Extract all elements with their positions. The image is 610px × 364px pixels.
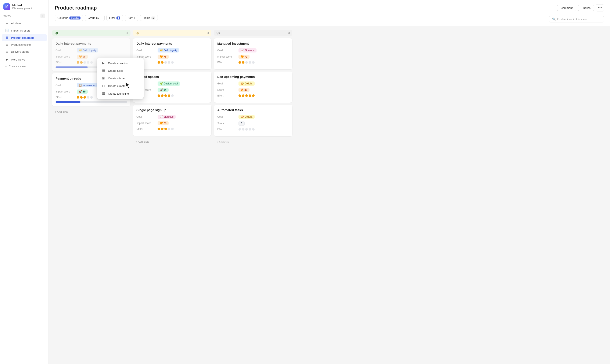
- card-field-goal: Goal 🌱 Custom goal: [136, 81, 208, 86]
- status-icon: ≡: [5, 50, 9, 53]
- toolbar-left: Columns Quarter Group by + Filter 1 Sort…: [55, 15, 549, 24]
- sidebar-item-all-ideas[interactable]: ≡ All ideas: [2, 20, 47, 27]
- card-automated-tasks[interactable]: Automated tasks Goal 🥪 Delight Score 0 E…: [214, 105, 292, 136]
- effort-dots: [158, 94, 174, 97]
- dropdown-item-label: Create a list: [108, 69, 123, 72]
- dropdown-item-label: Create a section: [108, 62, 128, 65]
- chart-icon: 📊: [5, 28, 9, 32]
- goal-badge: 🥪 Delight: [239, 115, 255, 119]
- dropdown-item-board[interactable]: ⊞ Create a board: [99, 75, 142, 82]
- goal-badge: 🤝 Build loyalty: [77, 48, 98, 52]
- effort-dots: [239, 94, 255, 97]
- dropdown-item-list[interactable]: ☰ Create a list: [99, 67, 142, 75]
- card-field-effort: Effort: [136, 127, 208, 130]
- card-title: Shared spaces: [136, 75, 208, 78]
- page-header: Product roadmap Comment Publish ••• Colu…: [49, 0, 610, 26]
- effort-dots: [77, 61, 93, 64]
- add-idea-label: + Add idea: [55, 110, 68, 113]
- plus-icon: +: [5, 65, 7, 68]
- card-upcoming-payments[interactable]: See upcoming payments Goal 🥪 Delight Sco…: [214, 72, 292, 103]
- card-field-score: Score 🔥 38: [217, 88, 289, 92]
- goal-badge: 🥪 Delight: [239, 81, 255, 86]
- add-idea-label: + Add idea: [217, 141, 230, 144]
- card-single-page-signup[interactable]: Single page sign up Goal 📈 Sign ups Impa…: [133, 105, 211, 136]
- card-field-score: Score 0: [217, 121, 289, 126]
- fields-button[interactable]: Fields 5: [140, 15, 158, 21]
- effort-dots: [158, 61, 174, 64]
- create-view-button[interactable]: + Create a view: [2, 63, 47, 69]
- filter-label: Filter: [109, 16, 115, 19]
- card-field-effort: Effort: [217, 128, 289, 131]
- publish-button[interactable]: Publish: [578, 5, 594, 11]
- card-title: Automated tasks: [217, 108, 289, 112]
- board-icon: ⊞: [5, 36, 9, 39]
- column-q3-count: 3: [288, 32, 290, 35]
- dropdown-item-label: Create a matrix: [108, 84, 127, 88]
- comment-button[interactable]: Comment: [557, 5, 576, 11]
- chevron-right-icon: ▶: [5, 58, 9, 61]
- card-shared-spaces[interactable]: Shared spaces Goal 🌱 Custom goal Impact …: [133, 72, 211, 103]
- sidebar-item-product-roadmap[interactable]: ⊞ Product roadmap: [2, 34, 47, 41]
- sort-button[interactable]: Sort +: [125, 15, 138, 21]
- progress-bar: [55, 101, 81, 103]
- card-field-effort: Effort: [136, 61, 208, 64]
- add-idea-q3[interactable]: + Add idea: [214, 138, 292, 146]
- search-placeholder: Find an idea in this view: [557, 18, 587, 21]
- board-icon: ⊞: [101, 76, 106, 80]
- card-field-effort: Effort: [217, 61, 289, 64]
- group-by-button[interactable]: Group by +: [85, 15, 105, 21]
- project-name: Discovery project: [12, 7, 32, 10]
- dot-2: [80, 61, 83, 64]
- toolbar: Columns Quarter Group by + Filter 1 Sort…: [55, 15, 604, 26]
- column-q3: Q3 3 Managed investment Goal 📈 Sign ups …: [214, 30, 292, 361]
- search-box[interactable]: 🔍 Find an idea in this view: [549, 16, 604, 22]
- score-badge: 🧡 78: [158, 55, 169, 59]
- header-actions: Comment Publish •••: [557, 4, 604, 12]
- columns-value: Quarter: [69, 16, 81, 19]
- columns-label: Columns: [57, 16, 68, 19]
- sidebar-item-product-timeline[interactable]: ≡ Product timeline: [2, 41, 47, 48]
- sidebar: M Minted Discovery project Views + ≡ All…: [0, 0, 49, 364]
- logo-icon: M: [3, 3, 10, 10]
- card-title: Daily interest payments: [136, 42, 208, 45]
- column-q3-label: Q3: [217, 31, 220, 35]
- card-field-impact: Impact score 🧡 75: [136, 121, 208, 125]
- effort-dots: [239, 128, 255, 130]
- more-options-button[interactable]: •••: [596, 4, 604, 12]
- page-title: Product roadmap: [55, 5, 97, 11]
- column-q1-count: 3: [126, 32, 128, 35]
- score-badge: 🚀 84: [158, 88, 169, 92]
- chevron-right-icon: ▶: [101, 61, 106, 65]
- columns-button[interactable]: Columns Quarter: [55, 15, 83, 21]
- list-icon: ☰: [101, 69, 106, 73]
- main-content: Product roadmap Comment Publish ••• Colu…: [49, 0, 610, 364]
- sort-label: Sort: [127, 16, 133, 19]
- card-title: Managed investment: [217, 42, 289, 45]
- dropdown-item-label: Create a timeline: [108, 92, 129, 95]
- sidebar-item-delivery-status[interactable]: ≡ Delivery status: [2, 49, 47, 55]
- filter-button[interactable]: Filter 1: [106, 15, 123, 21]
- card-field-effort: Effort: [217, 94, 289, 97]
- sidebar-item-label: All ideas: [11, 22, 21, 25]
- score-badge: 0: [239, 121, 245, 126]
- app-logo: M Minted Discovery project: [0, 3, 49, 13]
- sidebar-item-more-views[interactable]: ▶ More views: [2, 56, 47, 63]
- dropdown-item-matrix[interactable]: ⊟ Create a matrix: [99, 82, 142, 90]
- card-managed-investment[interactable]: Managed investment Goal 📈 Sign ups Impac…: [214, 38, 292, 69]
- add-view-button[interactable]: +: [41, 13, 45, 18]
- dropdown-item-timeline[interactable]: ☰ Create a timeline: [99, 90, 142, 97]
- add-idea-q1[interactable]: + Add idea: [52, 108, 131, 116]
- dropdown-item-label: Create a board: [108, 77, 126, 80]
- dropdown-item-section[interactable]: ▶ Create a section: [99, 59, 142, 67]
- sidebar-item-impact-vs-effort[interactable]: 📊 Impact vs effort: [2, 27, 47, 34]
- card-title: Daily interest payments: [55, 42, 127, 45]
- effort-dots: [158, 128, 174, 130]
- add-idea-q2[interactable]: + Add idea: [133, 138, 211, 145]
- dot-4: [87, 61, 89, 64]
- sort-icon: +: [134, 16, 136, 19]
- card-field-goal: Goal 📈 Sign ups: [217, 48, 289, 52]
- card-daily-interest[interactable]: Daily interest payments Goal 🤝 Build loy…: [133, 38, 211, 69]
- group-by-icon: +: [100, 16, 102, 19]
- card-field-goal: Goal 🥪 Delight: [217, 115, 289, 119]
- header-top: Product roadmap Comment Publish •••: [55, 4, 604, 12]
